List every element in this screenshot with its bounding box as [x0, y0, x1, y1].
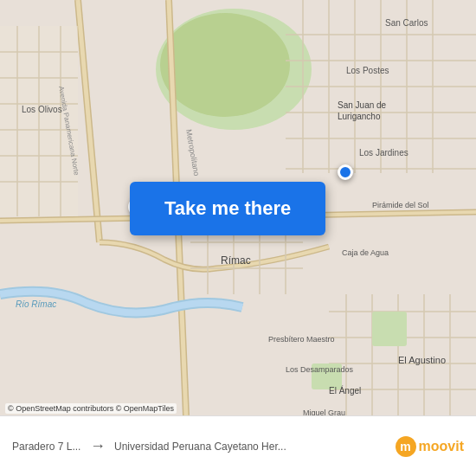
svg-text:Los Olivos: Los Olivos — [22, 105, 62, 114]
svg-text:Lurigancho: Lurigancho — [338, 112, 381, 121]
svg-text:Los Desamparados: Los Desamparados — [286, 365, 354, 374]
moovit-brand: moovit — [419, 439, 464, 454]
from-stop-label: Paradero 7 L... — [12, 441, 81, 453]
map-attribution: © OpenStreetMap contributors © OpenMapTi… — [5, 403, 177, 414]
map-container: Los Olivos San Carlos Los Postes San Jua… — [0, 0, 476, 415]
svg-text:Los Postes: Los Postes — [346, 66, 389, 75]
destination-marker — [338, 164, 353, 180]
svg-text:Rímac: Rímac — [221, 254, 251, 267]
arrow-icon: → — [90, 437, 106, 455]
svg-text:El Ángel: El Ángel — [329, 385, 361, 396]
svg-text:Río Rímac: Río Rímac — [16, 299, 56, 309]
take-me-there-button[interactable]: Take me there — [130, 182, 325, 235]
svg-text:El Agustino: El Agustino — [398, 355, 446, 365]
moovit-m-icon: m — [396, 436, 416, 457]
to-stop-label: Universidad Peruana Cayetano Her... — [114, 441, 387, 453]
svg-text:Los Jardines: Los Jardines — [359, 148, 408, 158]
svg-text:Presbítero Maestro: Presbítero Maestro — [268, 335, 335, 344]
svg-text:San Carlos: San Carlos — [385, 18, 428, 28]
moovit-logo: m moovit — [396, 436, 464, 457]
svg-text:Caja de Agua: Caja de Agua — [342, 248, 389, 257]
svg-text:San Juan de: San Juan de — [338, 100, 387, 110]
svg-text:Pirámide del Sol: Pirámide del Sol — [372, 201, 429, 209]
svg-text:Miguel Grau: Miguel Grau — [303, 408, 345, 415]
bottom-bar: Paradero 7 L... → Universidad Peruana Ca… — [0, 415, 476, 476]
svg-rect-46 — [372, 312, 407, 346]
svg-point-2 — [160, 13, 290, 117]
